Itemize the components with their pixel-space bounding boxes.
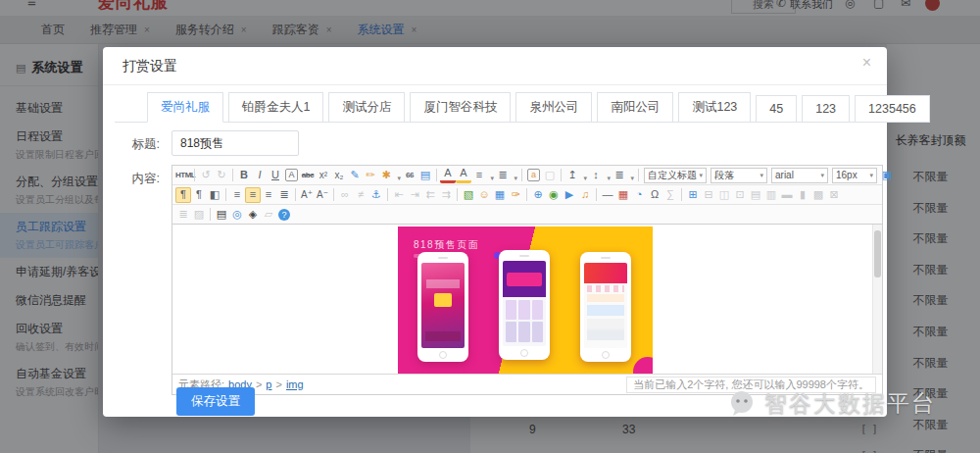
subscript-icon[interactable]: x₂: [331, 168, 347, 183]
dialog-tabs: 爱尚礼服铂爵金夫人1测试分店厦门智谷科技泉州公司南阳公司测试1234512312…: [115, 91, 875, 123]
scrawl-icon[interactable]: ✑: [508, 187, 523, 203]
background-icon[interactable]: ▨: [191, 207, 207, 223]
store-tab-测试123[interactable]: 测试123: [678, 92, 751, 123]
highlight-color-icon[interactable]: A: [456, 168, 471, 183]
blockquote-icon[interactable]: 66: [402, 168, 417, 183]
paragraph-rtl-icon[interactable]: ¶: [191, 187, 207, 203]
close-icon[interactable]: ×: [862, 55, 871, 71]
align-center-icon[interactable]: ≡: [245, 187, 261, 203]
rich-text-editor: HTML↺↻BIUAabcx²x₂✎✏✱66▤AA≡≣a▢↥↕≣自定义标题▾段落…: [172, 165, 883, 395]
map-icon[interactable]: ◉: [546, 187, 562, 203]
video-icon[interactable]: ▶: [562, 187, 577, 203]
drafts-icon[interactable]: ▱: [261, 207, 276, 223]
music-icon[interactable]: ♫: [577, 187, 593, 203]
font-size-up-icon[interactable]: A⁺: [299, 187, 315, 203]
auto-typeset-icon[interactable]: a: [527, 169, 540, 181]
align-right-icon[interactable]: ≡: [261, 187, 276, 203]
chevron-down-icon: ▾: [699, 172, 703, 179]
table-style-icon[interactable]: ▩: [810, 187, 826, 203]
align-justify-icon[interactable]: ≣: [276, 187, 292, 203]
paragraph-ltr-icon[interactable]: ¶: [175, 187, 191, 203]
spreadsheet-icon[interactable]: ▦: [492, 187, 508, 203]
emoji-icon[interactable]: ☺: [476, 187, 492, 203]
font-family-select[interactable]: arial▾: [771, 168, 828, 183]
help-icon[interactable]: ?: [278, 209, 290, 221]
paragraph-head-icon[interactable]: ↥: [564, 168, 580, 183]
format-brush-icon[interactable]: ✏: [363, 168, 378, 183]
scrollbar[interactable]: [872, 225, 882, 374]
merge-cells-icon[interactable]: ◫: [716, 187, 732, 203]
custom-title-select[interactable]: 自定义标题▾: [644, 168, 707, 183]
eraser-icon[interactable]: ✎: [347, 168, 363, 183]
store-tab-南阳公司[interactable]: 南阳公司: [597, 92, 673, 123]
link-icon[interactable]: ∞: [337, 187, 353, 203]
delete-table-icon[interactable]: ⊟: [701, 187, 716, 203]
toolbar-separator: [526, 188, 527, 201]
save-button[interactable]: 保存设置: [176, 387, 255, 416]
insert-table-icon[interactable]: ⊞: [685, 187, 701, 203]
row-spacing-icon[interactable]: ↕: [588, 168, 604, 183]
unordered-list-icon[interactable]: ≣: [495, 168, 511, 183]
underline-icon[interactable]: U: [268, 168, 283, 183]
store-tab-爱尚礼服[interactable]: 爱尚礼服: [147, 92, 223, 123]
title-input[interactable]: [172, 130, 299, 156]
promo-image[interactable]: 818预售页面: [398, 226, 653, 374]
delete-row-icon[interactable]: ▬: [779, 187, 795, 203]
store-tab-45[interactable]: 45: [756, 95, 797, 123]
insert-image-icon[interactable]: ▧: [461, 187, 476, 203]
horizontal-rule-icon[interactable]: —: [600, 187, 615, 203]
table-sort-icon[interactable]: ⊠: [826, 187, 842, 203]
unlink-icon[interactable]: ≠: [353, 187, 368, 203]
path-link-img[interactable]: img: [286, 378, 304, 390]
paragraph-select[interactable]: 段落▾: [710, 168, 767, 183]
undo-icon[interactable]: ↺: [198, 168, 214, 183]
font-border-icon[interactable]: A: [285, 169, 298, 181]
store-tab-测试分店[interactable]: 测试分店: [328, 92, 405, 123]
search-replace-icon[interactable]: ◈: [245, 207, 261, 223]
toolbar-separator: [333, 188, 334, 201]
date-icon[interactable]: ▦: [615, 187, 631, 203]
italic-icon[interactable]: I: [252, 168, 268, 183]
toolbar-separator: [436, 169, 437, 181]
indent-right-icon[interactable]: ⇥: [407, 187, 422, 203]
font-size-down-icon[interactable]: A⁻: [315, 187, 330, 203]
editor-canvas[interactable]: 818预售页面: [172, 225, 882, 374]
redo-icon[interactable]: ↻: [214, 168, 229, 183]
indent-left-icon[interactable]: ⇤: [391, 187, 407, 203]
store-tab-厦门智谷科技[interactable]: 厦门智谷科技: [410, 92, 511, 123]
store-tab-1235456[interactable]: 1235456: [855, 95, 930, 123]
insert-row-icon[interactable]: ▤: [748, 187, 763, 203]
print-icon[interactable]: ▤: [214, 207, 229, 223]
preview-icon[interactable]: ◎: [229, 207, 245, 223]
indent-hang-icon[interactable]: ⇉: [438, 187, 454, 203]
scrollbar-thumb[interactable]: [874, 230, 881, 277]
store-tab-泉州公司[interactable]: 泉州公司: [515, 92, 592, 123]
bold-icon[interactable]: B: [236, 168, 252, 183]
delete-col-icon[interactable]: ▮: [795, 187, 810, 203]
auto-clean-icon[interactable]: ✱: [378, 168, 394, 183]
ordered-list-icon[interactable]: ≡: [471, 168, 487, 183]
source-code-icon[interactable]: HTML: [175, 168, 191, 183]
strikethrough-icon[interactable]: abc: [300, 168, 316, 183]
align-left-icon[interactable]: ≡: [229, 187, 245, 203]
indent-first-icon[interactable]: ⇇: [422, 187, 438, 203]
fullscreen-icon[interactable]: ▣: [879, 168, 895, 183]
font-size-select[interactable]: 16px▾: [832, 168, 877, 183]
time-icon[interactable]: ◔: [631, 187, 647, 203]
insert-title-icon[interactable]: ▤: [417, 168, 433, 183]
attachment-icon[interactable]: ⊕: [530, 187, 546, 203]
anchor-icon[interactable]: ⚓: [368, 187, 384, 203]
new-page-icon[interactable]: ▢: [542, 168, 558, 183]
store-tab-123[interactable]: 123: [802, 95, 850, 123]
font-color-icon[interactable]: A: [440, 168, 456, 183]
special-char-icon[interactable]: Ω: [647, 187, 662, 203]
path-link-p[interactable]: p: [266, 378, 271, 390]
formula-icon[interactable]: ∑: [662, 187, 678, 203]
text-direction-icon[interactable]: ◧: [207, 187, 222, 203]
split-cell-icon[interactable]: ⊡: [732, 187, 748, 203]
doc-props-icon[interactable]: ≣: [175, 207, 191, 223]
superscript-icon[interactable]: x²: [316, 168, 331, 183]
line-height-icon[interactable]: ≣: [612, 168, 627, 183]
insert-col-icon[interactable]: ▥: [763, 187, 779, 203]
store-tab-铂爵金夫人1[interactable]: 铂爵金夫人1: [228, 92, 323, 123]
